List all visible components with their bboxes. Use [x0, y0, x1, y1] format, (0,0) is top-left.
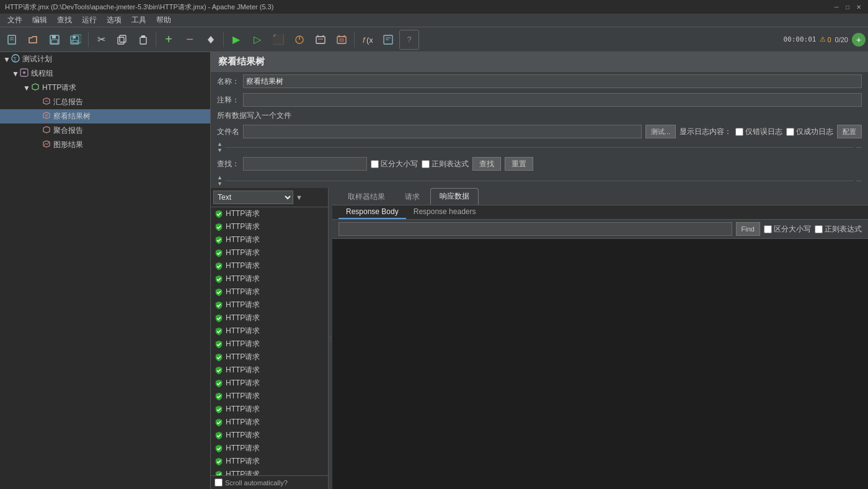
menu-tools[interactable]: 工具	[126, 14, 151, 27]
search-input[interactable]	[243, 157, 367, 171]
result-item[interactable]: HTTP请求	[211, 377, 328, 390]
find-button[interactable]: 查找	[472, 157, 501, 171]
result-item[interactable]: HTTP请求	[211, 455, 328, 468]
remove-button[interactable]: −	[180, 30, 200, 50]
result-item[interactable]: HTTP请求	[211, 364, 328, 377]
response-regex-checkbox[interactable]	[815, 225, 823, 233]
minimize-button[interactable]: ─	[832, 2, 841, 11]
success-only-label[interactable]: 仅成功日志	[786, 127, 833, 137]
sub-tab-response-headers[interactable]: Response headers	[406, 205, 484, 219]
result-item[interactable]: HTTP请求	[211, 403, 328, 416]
success-shield-icon	[215, 314, 223, 323]
config-button[interactable]: 配置	[837, 125, 862, 138]
error-only-checkbox[interactable]	[735, 128, 743, 136]
response-find-input[interactable]	[339, 222, 732, 236]
tree-item-summary-report[interactable]: 汇总报告	[0, 95, 210, 109]
tab-response-data[interactable]: 响应数据	[430, 188, 479, 205]
warning-icon: ⚠	[820, 35, 826, 43]
move-up-down-button[interactable]	[201, 30, 221, 50]
result-item[interactable]: HTTP请求	[211, 259, 328, 272]
format-select[interactable]: Text HTML JSON XML Regexp Tester CSS/JQu…	[213, 191, 293, 204]
result-item[interactable]: HTTP请求	[211, 298, 328, 312]
remote-start-button[interactable]: +	[852, 33, 866, 47]
tree-item-view-results[interactable]: 察看结果树	[0, 109, 210, 123]
success-only-checkbox[interactable]	[786, 128, 794, 136]
result-item[interactable]: HTTP请求	[211, 442, 328, 455]
clear-all-button[interactable]	[332, 30, 352, 50]
menu-help[interactable]: 帮助	[151, 14, 176, 27]
result-item[interactable]: HTTP请求	[211, 285, 328, 298]
scroll-auto-checkbox[interactable]	[215, 478, 223, 487]
save-all-button[interactable]	[66, 30, 86, 50]
warning-count: 0	[827, 36, 831, 43]
close-button[interactable]: ✕	[854, 2, 863, 11]
menu-edit[interactable]: 编辑	[27, 14, 52, 27]
maximize-button[interactable]: □	[843, 2, 852, 11]
result-item[interactable]: HTTP请求	[211, 246, 328, 259]
result-item[interactable]: HTTP请求	[211, 272, 328, 285]
window-controls[interactable]: ─ □ ✕	[832, 2, 863, 11]
progress-display: 0/20	[835, 36, 848, 43]
tree-item-graph-results[interactable]: 图形结果	[0, 138, 210, 152]
response-find-button[interactable]: Find	[736, 222, 760, 236]
sub-tab-response-body[interactable]: Response Body	[339, 205, 406, 219]
help-button[interactable]: ?	[399, 30, 419, 50]
svg-rect-4	[52, 35, 56, 38]
cut-button[interactable]: ✂	[91, 30, 111, 50]
tree-item-aggregate-report[interactable]: 聚合报告	[0, 123, 210, 138]
response-regex-label[interactable]: 正则表达式	[815, 224, 862, 235]
function-helper-button[interactable]: f(x)	[357, 30, 377, 50]
svg-rect-13	[141, 35, 145, 38]
result-item[interactable]: HTTP请求	[211, 468, 328, 475]
tree-item-test-plan[interactable]: ▼ ∑ 测试计划	[0, 52, 210, 66]
tab-sampler-results[interactable]: 取样器结果	[339, 189, 394, 205]
success-shield-icon	[215, 223, 223, 231]
menu-search[interactable]: 查找	[52, 14, 77, 27]
menu-options[interactable]: 选项	[102, 14, 126, 27]
file-path-input[interactable]	[243, 125, 642, 138]
shutdown-button[interactable]	[290, 30, 309, 50]
menu-file[interactable]: 文件	[2, 14, 27, 27]
result-item[interactable]: HTTP请求	[211, 325, 328, 338]
success-shield-icon	[215, 288, 223, 297]
result-item[interactable]: HTTP请求	[211, 312, 328, 325]
regex-checkbox[interactable]	[422, 160, 430, 168]
result-item[interactable]: HTTP请求	[211, 390, 328, 403]
result-item[interactable]: HTTP请求	[211, 220, 328, 233]
dots-2: ···	[856, 177, 862, 184]
case-sensitive-checkbox[interactable]	[371, 160, 379, 168]
result-item[interactable]: HTTP请求	[211, 207, 328, 220]
panel-title: 察看结果树	[218, 56, 265, 66]
result-item[interactable]: HTTP请求	[211, 416, 328, 429]
new-button[interactable]	[2, 30, 22, 50]
response-case-sensitive-checkbox[interactable]	[764, 225, 772, 233]
tree-item-http-request[interactable]: ▼ HTTP请求	[0, 81, 210, 95]
regex-label[interactable]: 正则表达式	[422, 159, 469, 169]
error-only-label[interactable]: 仅错误日志	[735, 127, 782, 137]
reset-button[interactable]: 重置	[505, 157, 533, 171]
copy-button[interactable]	[112, 30, 132, 50]
tree-item-thread-group[interactable]: ▼ 线程组	[0, 66, 210, 81]
clear-button[interactable]	[311, 30, 330, 50]
stop-button[interactable]: ⬛	[268, 30, 288, 50]
start-no-pause-button[interactable]: ▷	[247, 30, 267, 50]
result-item[interactable]: HTTP请求	[211, 233, 328, 246]
tab-request[interactable]: 请求	[396, 189, 429, 205]
open-button[interactable]	[24, 30, 43, 50]
start-button[interactable]: ▶	[226, 30, 246, 50]
response-case-sensitive-label[interactable]: 区分大小写	[764, 224, 811, 235]
result-item[interactable]: HTTP请求	[211, 351, 328, 364]
templates-button[interactable]	[378, 30, 398, 50]
svg-marker-15	[208, 40, 214, 43]
result-item[interactable]: HTTP请求	[211, 429, 328, 442]
comment-input[interactable]	[243, 93, 862, 107]
browse-button[interactable]: 测试...	[645, 125, 676, 138]
case-sensitive-label[interactable]: 区分大小写	[371, 159, 418, 169]
result-item[interactable]: HTTP请求	[211, 338, 328, 351]
menu-run[interactable]: 运行	[77, 14, 102, 27]
format-arrow[interactable]: ▼	[296, 194, 303, 201]
add-button[interactable]: +	[159, 30, 179, 50]
save-button[interactable]	[45, 30, 64, 50]
paste-button[interactable]	[133, 30, 153, 50]
name-input[interactable]	[243, 74, 862, 88]
